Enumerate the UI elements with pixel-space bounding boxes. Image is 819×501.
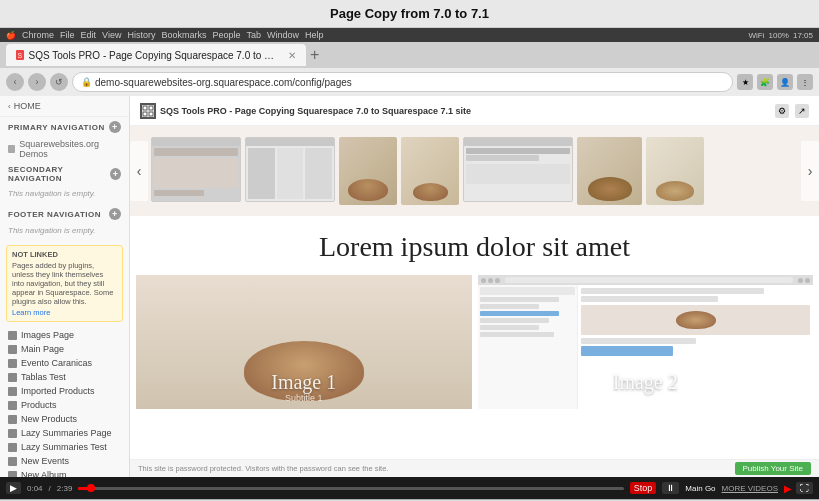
- address-bar-row: ‹ › ↺ 🔒 demo-squarewebsites-org.squaresp…: [0, 68, 819, 96]
- sidebar-page-item[interactable]: Images Page: [0, 328, 129, 342]
- tab-close-icon[interactable]: ✕: [288, 50, 296, 61]
- page-top-right: ⚙ ↗: [775, 104, 809, 118]
- gallery-screenshot-3: [463, 137, 573, 202]
- sidebar: ‹ HOME PRIMARY NAVIGATION + Squarewebsit…: [0, 96, 130, 477]
- password-notice: This site is password protected. Visitor…: [138, 464, 388, 473]
- primary-nav-add-button[interactable]: +: [109, 121, 121, 133]
- pages-list: Images PageMain PageEvento CaranicasTabl…: [0, 326, 129, 477]
- page-content: SQS Tools PRO - Page Copying Squarespace…: [130, 96, 819, 477]
- gallery-items: [151, 137, 798, 205]
- pause-button[interactable]: ⏸: [662, 482, 679, 494]
- play-pause-button[interactable]: ▶: [6, 482, 21, 494]
- not-linked-desc: Pages added by plugins, unless they link…: [12, 261, 117, 306]
- tab-favicon: S: [16, 50, 24, 60]
- star-button[interactable]: ★: [737, 74, 753, 90]
- address-box[interactable]: 🔒 demo-squarewebsites-org.squarespace.co…: [72, 72, 733, 92]
- more-videos-link[interactable]: MORE VIDEOS: [722, 484, 778, 493]
- sos-logo: SQS Tools PRO - Page Copying Squarespace…: [140, 103, 471, 119]
- sidebar-page-item[interactable]: New Products: [0, 412, 129, 426]
- history-menu[interactable]: History: [127, 30, 155, 40]
- back-button[interactable]: ‹: [6, 73, 24, 91]
- edit-menu[interactable]: Edit: [81, 30, 97, 40]
- people-menu[interactable]: People: [212, 30, 240, 40]
- page-label: New Products: [21, 414, 77, 424]
- battery-status: 100%: [769, 31, 789, 40]
- svg-rect-8: [10, 444, 16, 450]
- bookmarks-menu[interactable]: Bookmarks: [161, 30, 206, 40]
- profile-button[interactable]: 👤: [777, 74, 793, 90]
- not-linked-section: NOT LINKED Pages added by plugins, unles…: [6, 245, 123, 322]
- fullscreen-button[interactable]: ⛶: [796, 482, 813, 494]
- sos-logo-icon: [140, 103, 156, 119]
- youtube-icon: ▶: [784, 483, 792, 494]
- video-progress-bar[interactable]: [78, 487, 623, 490]
- page-label: Lazy Summaries Test: [21, 442, 107, 452]
- video-bottom-bar: ▶ 0:04 / 2:39 Stop ⏸ Main Go MORE VIDEOS…: [0, 477, 819, 499]
- sidebar-page-item[interactable]: Tablas Test: [0, 370, 129, 384]
- settings-icon[interactable]: ⚙: [775, 104, 789, 118]
- page-icon: [8, 457, 17, 466]
- video-time-separator: /: [49, 484, 51, 493]
- sidebar-page-item[interactable]: New Events: [0, 454, 129, 468]
- sidebar-page-item[interactable]: Products: [0, 398, 129, 412]
- new-tab-button[interactable]: +: [310, 46, 319, 64]
- extensions-button[interactable]: 🧩: [757, 74, 773, 90]
- chevron-left-icon: ‹: [8, 102, 11, 111]
- browser-tab-active[interactable]: S SQS Tools PRO - Page Copying Squarespa…: [6, 44, 306, 66]
- browser-actions: ★ 🧩 👤 ⋮: [737, 74, 813, 90]
- url-text: demo-squarewebsites-org.squarespace.com/…: [95, 77, 352, 88]
- video-time-current: 0:04: [27, 484, 43, 493]
- tab-menu[interactable]: Tab: [246, 30, 261, 40]
- page-label: New Album: [21, 470, 67, 477]
- gallery-next-button[interactable]: ›: [801, 141, 819, 201]
- primary-nav-header: PRIMARY NAVIGATION +: [0, 117, 129, 137]
- stop-button[interactable]: Stop: [630, 482, 657, 494]
- page-bottom-left: This site is password protected. Visitor…: [138, 464, 388, 473]
- home-label: HOME: [14, 101, 41, 111]
- page-icon: [8, 471, 17, 478]
- sidebar-page-item[interactable]: Evento Caranicas: [0, 356, 129, 370]
- more-button[interactable]: ⋮: [797, 74, 813, 90]
- svg-rect-4: [10, 388, 16, 394]
- col-left-label: Image 1: [136, 371, 472, 394]
- file-menu[interactable]: File: [60, 30, 75, 40]
- sidebar-page-item[interactable]: Lazy Summaries Test: [0, 440, 129, 454]
- sidebar-home-link[interactable]: ‹ HOME: [0, 96, 129, 117]
- gallery-prev-button[interactable]: ‹: [130, 141, 148, 201]
- window-menu[interactable]: Window: [267, 30, 299, 40]
- col-right-label: Image 2: [478, 371, 814, 394]
- title-text: Page Copy from 7.0 to 7.1: [330, 6, 489, 21]
- reload-button[interactable]: ↺: [50, 73, 68, 91]
- gallery-screenshot-2: [245, 137, 335, 202]
- gallery-bowl-2: [401, 137, 459, 205]
- secondary-nav-add-button[interactable]: +: [110, 168, 121, 180]
- learn-more-link[interactable]: Learn more: [12, 308, 117, 317]
- view-menu[interactable]: View: [102, 30, 121, 40]
- help-menu[interactable]: Help: [305, 30, 324, 40]
- sidebar-page-item[interactable]: Lazy Summaries Page: [0, 426, 129, 440]
- gallery-bowl-1: [339, 137, 397, 205]
- sidebar-page-item[interactable]: Main Page: [0, 342, 129, 356]
- gallery-bowl-4: [646, 137, 704, 205]
- section-title: Lorem ipsum dolor sit amet: [130, 216, 819, 275]
- svg-rect-10: [10, 472, 16, 477]
- website-content: ‹: [130, 126, 819, 459]
- chrome-menu[interactable]: Chrome: [22, 30, 54, 40]
- page-icon: [8, 429, 17, 438]
- primary-nav-entry[interactable]: Squarewebsites.org Demos: [0, 137, 129, 161]
- forward-button[interactable]: ›: [28, 73, 46, 91]
- footer-nav-add-button[interactable]: +: [109, 208, 121, 220]
- svg-rect-0: [10, 332, 16, 338]
- page-icon: [8, 359, 17, 368]
- apple-menu[interactable]: 🍎: [6, 31, 16, 40]
- page-label: Images Page: [21, 330, 74, 340]
- tab-bar: S SQS Tools PRO - Page Copying Squarespa…: [0, 42, 819, 68]
- page-label: Evento Caranicas: [21, 358, 92, 368]
- sidebar-page-item[interactable]: Imported Products: [0, 384, 129, 398]
- publish-button[interactable]: Publish Your Site: [735, 462, 812, 475]
- page-icon: [8, 387, 17, 396]
- sidebar-page-item[interactable]: New Album: [0, 468, 129, 477]
- page-icon: [8, 345, 17, 354]
- svg-rect-7: [10, 430, 16, 436]
- share-icon[interactable]: ↗: [795, 104, 809, 118]
